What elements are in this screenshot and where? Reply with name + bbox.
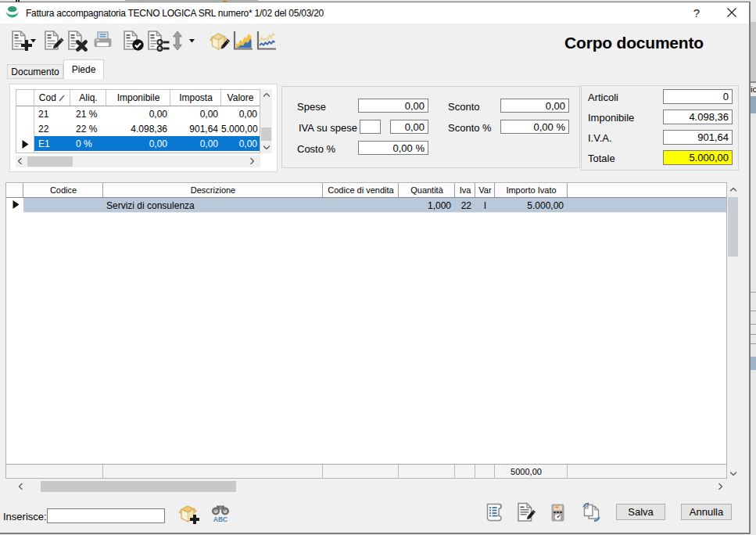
svg-text:ABC: ABC: [213, 515, 228, 522]
